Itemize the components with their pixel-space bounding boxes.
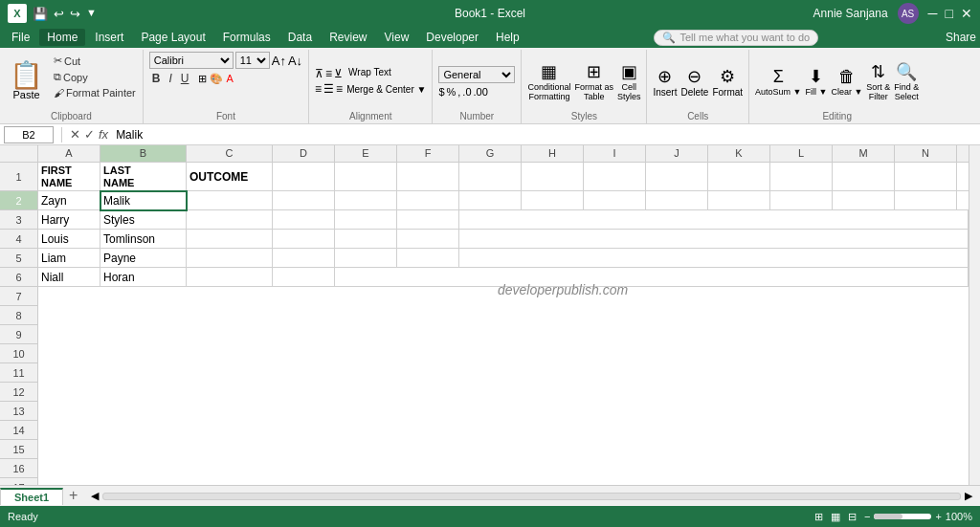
- zoom-in-icon[interactable]: +: [935, 511, 941, 522]
- tell-me-box[interactable]: 🔍 Tell me what you want to do: [654, 30, 818, 46]
- menu-help[interactable]: Help: [488, 29, 527, 46]
- find-select-button[interactable]: 🔍 Find &Select: [894, 61, 919, 101]
- merge-center-button[interactable]: Merge & Center ▼: [346, 84, 426, 95]
- fill-color-button[interactable]: 🎨: [210, 73, 223, 85]
- cell-b1[interactable]: LASTNAME: [100, 163, 187, 191]
- cell-f5[interactable]: [397, 249, 459, 268]
- cell-k1[interactable]: [708, 163, 770, 191]
- align-middle-icon[interactable]: ≡: [325, 67, 332, 80]
- cell-a6[interactable]: Niall: [38, 268, 100, 287]
- scroll-right-icon[interactable]: ▶: [965, 490, 972, 502]
- fill-button[interactable]: ⬇ Fill ▼: [805, 66, 827, 97]
- row-num-3[interactable]: 3: [0, 210, 38, 230]
- cell-c3[interactable]: [187, 210, 273, 230]
- cell-f3[interactable]: [397, 210, 459, 230]
- menu-insert[interactable]: Insert: [87, 29, 131, 46]
- cell-rest-r4[interactable]: [459, 230, 969, 249]
- bold-button[interactable]: B: [149, 71, 164, 86]
- row-num-5[interactable]: 5: [0, 249, 38, 268]
- font-size-select[interactable]: 11: [235, 52, 270, 69]
- cut-button[interactable]: ✂Cut: [51, 54, 139, 68]
- format-table-button[interactable]: ⊞ Format asTable: [574, 61, 613, 101]
- cell-b5[interactable]: Payne: [100, 249, 187, 268]
- align-bottom-icon[interactable]: ⊻: [334, 67, 343, 80]
- col-header-f[interactable]: F: [397, 145, 459, 162]
- cell-j1[interactable]: [646, 163, 708, 191]
- cell-b2[interactable]: Malik: [100, 191, 187, 210]
- font-color-button[interactable]: A: [226, 73, 233, 84]
- cell-o1[interactable]: [957, 163, 969, 191]
- col-header-m[interactable]: M: [833, 145, 895, 162]
- cell-d3[interactable]: [273, 210, 335, 230]
- cell-c4[interactable]: [187, 230, 273, 249]
- comma-button[interactable]: ,: [457, 86, 460, 98]
- col-header-i[interactable]: I: [584, 145, 646, 162]
- copy-button[interactable]: ⧉Copy: [51, 70, 139, 84]
- col-header-n[interactable]: N: [895, 145, 957, 162]
- sheet-tab-1[interactable]: Sheet1: [0, 488, 63, 505]
- format-painter-button[interactable]: 🖌Format Painter: [51, 86, 139, 99]
- increase-font-icon[interactable]: A↑: [272, 54, 286, 68]
- align-center-icon[interactable]: ☰: [323, 82, 334, 96]
- menu-data[interactable]: Data: [280, 29, 320, 46]
- conditional-formatting-button[interactable]: ▦ ConditionalFormatting: [527, 61, 570, 101]
- cell-e3[interactable]: [335, 210, 397, 230]
- confirm-formula-icon[interactable]: ✓: [84, 127, 95, 142]
- undo-icon[interactable]: ↩: [54, 7, 64, 21]
- col-header-o[interactable]: O: [957, 145, 969, 162]
- add-sheet-button[interactable]: +: [63, 487, 83, 504]
- cell-n2[interactable]: [895, 191, 957, 210]
- horizontal-scrollbar[interactable]: [102, 493, 961, 500]
- view-page-layout-icon[interactable]: ▦: [831, 511, 840, 523]
- row-num-13[interactable]: 13: [0, 402, 38, 421]
- redo-icon[interactable]: ↪: [70, 7, 80, 21]
- formula-input[interactable]: [112, 128, 976, 142]
- cell-d5[interactable]: [273, 249, 335, 268]
- menu-file[interactable]: File: [4, 29, 37, 46]
- row-num-11[interactable]: 11: [0, 363, 38, 383]
- cell-f1[interactable]: [397, 163, 459, 191]
- border-button[interactable]: ⊞: [198, 73, 207, 85]
- cell-g1[interactable]: [459, 163, 522, 191]
- menu-home[interactable]: Home: [39, 29, 85, 46]
- minimize-icon[interactable]: ─: [928, 6, 938, 21]
- cell-i2[interactable]: [584, 191, 646, 210]
- accounting-button[interactable]: $: [438, 86, 444, 98]
- menu-developer[interactable]: Developer: [418, 29, 486, 46]
- cell-h2[interactable]: [522, 191, 584, 210]
- insert-button[interactable]: ⊕ Insert: [653, 66, 677, 98]
- menu-formulas[interactable]: Formulas: [215, 29, 278, 46]
- cell-g2[interactable]: [459, 191, 522, 210]
- scroll-left-icon[interactable]: ◀: [91, 490, 99, 502]
- paste-button[interactable]: 📋 Paste: [4, 52, 49, 111]
- row-num-7[interactable]: 7: [0, 287, 38, 306]
- col-header-l[interactable]: L: [770, 145, 833, 162]
- font-name-select[interactable]: Calibri: [149, 52, 234, 69]
- align-right-icon[interactable]: ≡: [336, 82, 343, 96]
- row-num-9[interactable]: 9: [0, 325, 38, 344]
- cell-d6[interactable]: [273, 268, 335, 287]
- cell-a5[interactable]: Liam: [38, 249, 100, 268]
- cell-e5[interactable]: [335, 249, 397, 268]
- cell-e4[interactable]: [335, 230, 397, 249]
- row-num-6[interactable]: 6: [0, 268, 38, 287]
- cell-m1[interactable]: [833, 163, 895, 191]
- cell-i1[interactable]: [584, 163, 646, 191]
- increase-decimal-icon[interactable]: .00: [474, 86, 488, 98]
- cell-f2[interactable]: [397, 191, 459, 210]
- number-format-select[interactable]: General: [438, 66, 515, 83]
- insert-function-icon[interactable]: fx: [99, 127, 108, 142]
- view-page-break-icon[interactable]: ⊟: [848, 511, 857, 523]
- underline-button[interactable]: U: [178, 71, 192, 86]
- delete-button[interactable]: ⊖ Delete: [680, 66, 708, 98]
- cell-d2[interactable]: [273, 191, 335, 210]
- decrease-decimal-icon[interactable]: .0: [462, 86, 471, 98]
- cell-l2[interactable]: [770, 191, 833, 210]
- cell-m2[interactable]: [833, 191, 895, 210]
- col-header-k[interactable]: K: [708, 145, 770, 162]
- align-top-icon[interactable]: ⊼: [315, 67, 323, 80]
- wrap-text-button[interactable]: Wrap Text: [348, 67, 391, 80]
- row-num-10[interactable]: 10: [0, 344, 38, 363]
- row-num-14[interactable]: 14: [0, 421, 38, 440]
- cell-e2[interactable]: [335, 191, 397, 210]
